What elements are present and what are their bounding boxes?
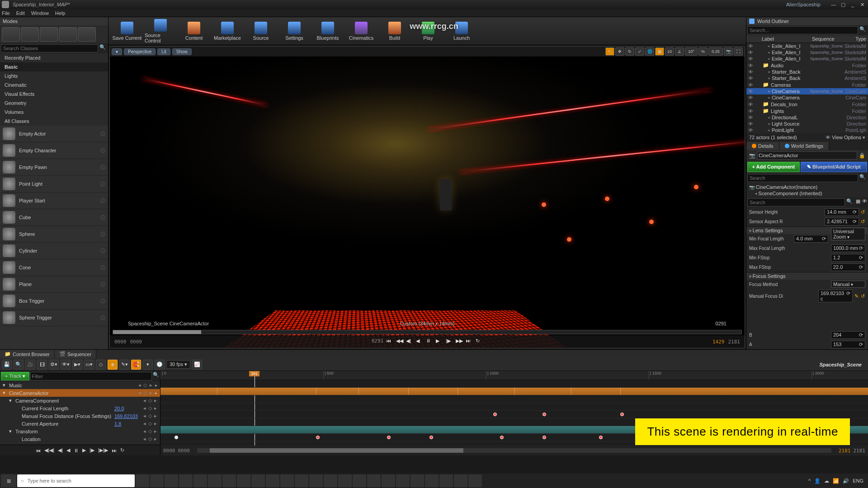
step-back-icon[interactable]: ◀|◀| (44, 447, 54, 453)
play-icon[interactable]: ▶ (82, 447, 86, 453)
play-reverse-icon[interactable]: ◀ (66, 447, 70, 453)
outliner-row[interactable]: 👁▫DirectionalLDirection (746, 114, 868, 121)
range-start1[interactable]: 0000 (163, 448, 175, 454)
cat-cinematic[interactable]: Cinematic (0, 80, 108, 89)
sensor-aspect-input[interactable]: 2.428571⟳ (825, 218, 859, 225)
actor-empty-character[interactable]: Empty Characterⓘ (0, 142, 108, 159)
toolbar-blueprints[interactable]: Blueprints (312, 19, 344, 44)
outliner-row[interactable]: 👁▫Starter_BackAmbientS (746, 75, 868, 81)
toolbar-build[interactable]: Build (379, 19, 410, 44)
snap-icon[interactable]: 🧲 (131, 360, 141, 370)
loop-icon[interactable]: ↻ (120, 447, 124, 453)
save-icon[interactable]: 💾 (2, 360, 12, 370)
to-start-icon[interactable]: ⏮ (386, 338, 393, 345)
outliner-row[interactable]: 👁▫Light SourceDirection (746, 121, 868, 127)
taskbar-app-icon[interactable] (280, 474, 294, 487)
close-button[interactable]: ✕ (858, 2, 866, 8)
curve-editor-icon[interactable]: 📈 (192, 360, 202, 370)
toolbar-content[interactable]: Content (178, 19, 210, 44)
min-focal-input[interactable]: 4.0 mm⟳ (794, 235, 828, 243)
render-icon[interactable]: 🎥 (25, 360, 35, 370)
maximize-viewport-icon[interactable]: ⛶ (734, 47, 743, 56)
max-focal-input[interactable]: 1000.0 mm⟳ (831, 244, 865, 252)
min-fstop-input[interactable]: 1.2⟳ (831, 254, 865, 262)
info-icon[interactable]: ⓘ (100, 214, 105, 221)
taskbar-app-icon[interactable] (165, 474, 178, 487)
menu-window[interactable]: Window (31, 10, 49, 16)
render-movie-icon[interactable]: 🎞 (37, 360, 47, 370)
track-value[interactable]: 1.8 (114, 421, 142, 427)
property-matrix-icon[interactable]: ▦ (854, 198, 862, 206)
snap-opts-icon[interactable]: ▾ (143, 360, 153, 370)
autokey-icon[interactable]: ◈ (108, 360, 118, 370)
track-list[interactable]: ▾Music◂ ◇ ▸+▾CineCameraActor◂ ◇ ▸+▾Camer… (0, 381, 160, 445)
track-row[interactable]: ▾CineCameraActor◂ ◇ ▸+ (0, 389, 160, 397)
keyframe-controls[interactable]: ◂ ◇ ▸ (143, 436, 157, 442)
range-end1[interactable]: 2181 (839, 448, 851, 454)
outliner-row[interactable]: 👁▫PointLightPointLigh (746, 127, 868, 133)
eye-icon[interactable]: 👁 (748, 102, 754, 107)
outliner-row[interactable]: 👁▫CineCameraSpaceship_SceneCineCam (746, 88, 868, 94)
cat-recently-placed[interactable]: Recently Placed (0, 53, 108, 62)
col-label[interactable]: Label (762, 36, 812, 42)
view-options[interactable]: 👁 View Options ▾ (826, 135, 865, 141)
eye-icon[interactable]: 👁 (748, 43, 754, 49)
outliner-row[interactable]: 👁📁AudioFolder (746, 62, 868, 69)
property-search[interactable] (747, 198, 845, 206)
eye-icon[interactable]: 👁 (748, 50, 754, 55)
taskbar-app-icon[interactable] (382, 474, 395, 487)
lens-settings-header[interactable]: ▿ Lens Settings Universal Zoom ▾ (746, 226, 868, 234)
outliner-row[interactable]: 👁📁CamerasFolder (746, 81, 868, 88)
snap-scale-value[interactable]: 0.25 (708, 47, 723, 56)
menu-edit[interactable]: Edit (16, 10, 25, 16)
coord-space-icon[interactable]: 🌐 (645, 47, 654, 56)
max-fstop-input[interactable]: 22.0⟳ (831, 263, 865, 271)
tray-person-icon[interactable]: 👤 (814, 478, 821, 484)
track-value[interactable]: 20.0 (114, 406, 142, 411)
reset-icon[interactable]: ↺ (861, 219, 865, 225)
eye-icon[interactable]: 👁 (748, 89, 754, 94)
search-classes-input[interactable] (1, 44, 98, 52)
search-icon[interactable]: 🔍 (858, 26, 867, 34)
actor-plane[interactable]: Planeⓘ (0, 276, 108, 293)
to-end-icon[interactable]: ⏭ (112, 448, 117, 453)
actor-box-trigger[interactable]: Box Triggerⓘ (0, 293, 108, 310)
cat-lights[interactable]: Lights (0, 71, 108, 80)
expand-icon[interactable]: ▾ (9, 398, 14, 404)
taskbar-app-icon[interactable] (179, 474, 193, 487)
keyframe-controls[interactable]: ◂ ◇ ▸ (138, 390, 152, 396)
taskbar-app-icon[interactable] (338, 474, 352, 487)
focus-settings-header[interactable]: ▿ Focus Settings (746, 272, 868, 280)
taskbar-app-icon[interactable] (439, 474, 453, 487)
minimize-button[interactable]: — (830, 2, 838, 7)
eye-icon[interactable]: 👁 (748, 108, 754, 114)
mode-foliage-icon[interactable] (59, 27, 77, 42)
taskbar-app-icon[interactable] (396, 474, 410, 487)
eye-icon[interactable]: 👁 (748, 115, 754, 120)
tab-world-settings[interactable]: World Settings (779, 142, 829, 150)
lens-preset-dropdown[interactable]: Universal Zoom ▾ (831, 228, 865, 240)
forward-icon[interactable]: ▶ (436, 338, 443, 345)
range-end2[interactable]: 2181 (854, 448, 866, 454)
tray-volume-icon[interactable]: 🔊 (843, 478, 849, 484)
toolbar-marketplace[interactable]: Marketplace (212, 19, 243, 44)
frame-fwd-icon[interactable]: |▶ (446, 338, 453, 345)
actor-name-input[interactable] (757, 151, 857, 160)
color-b-input[interactable]: 204⟳ (831, 331, 865, 339)
keyframe-controls[interactable]: ◂ ◇ ▸ (143, 428, 157, 434)
actor-cylinder[interactable]: Cylinderⓘ (0, 243, 108, 259)
menu-file[interactable]: File (2, 10, 10, 16)
pause-icon[interactable]: ⏸ (74, 448, 79, 453)
system-tray[interactable]: ^ 👤 ☁ 📶 🔊 ENG (808, 478, 867, 484)
reset-icon[interactable]: ↺ (861, 293, 865, 299)
actor-empty-actor[interactable]: Empty Actorⓘ (0, 126, 108, 142)
track-row[interactable]: ▾Music◂ ◇ ▸+ (0, 381, 160, 389)
add-section-icon[interactable]: + (155, 383, 157, 388)
sensor-height-input[interactable]: 14.0 mm⟳ (825, 208, 859, 216)
add-component-button[interactable]: + Add Component (747, 162, 800, 172)
cat-basic[interactable]: Basic (0, 62, 108, 71)
outliner-tab[interactable]: World Outliner (746, 17, 868, 25)
loop-icon[interactable]: ↻ (476, 338, 483, 345)
blueprint-button[interactable]: ✎ Blueprint/Add Script (801, 162, 867, 172)
taskbar-app-icon[interactable] (309, 474, 323, 487)
